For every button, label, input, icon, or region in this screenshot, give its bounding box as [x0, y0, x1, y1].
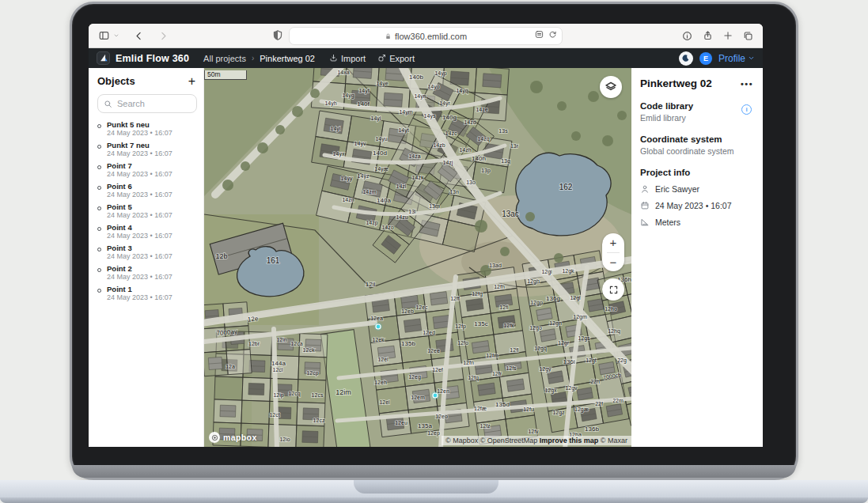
- map-parcel-label: 12gm: [573, 314, 587, 320]
- dark-mode-toggle[interactable]: [679, 51, 693, 66]
- map-parcel-label: 140d: [373, 149, 387, 157]
- map-parcel-label: 12ep: [427, 430, 440, 437]
- tab-overview-icon[interactable]: [743, 31, 753, 41]
- map-layers-button[interactable]: [600, 76, 622, 98]
- map-parcel-label: 22g: [617, 357, 627, 364]
- map-parcel-label: 13q: [501, 158, 510, 165]
- translate-icon[interactable]: [535, 30, 544, 39]
- list-item[interactable]: Point 124 May 2023 • 16:07: [97, 286, 197, 302]
- map-parcel-label: 12gn: [549, 320, 562, 327]
- chevron-down-icon[interactable]: [113, 32, 119, 39]
- map-parcel-label: 140f: [357, 100, 370, 108]
- mapbox-logo-icon: [209, 432, 220, 443]
- zoom-out-button[interactable]: −: [602, 253, 624, 272]
- page-info-icon[interactable]: [682, 31, 692, 41]
- breadcrumb-all-projects[interactable]: All projects: [203, 54, 246, 63]
- profile-menu[interactable]: Profile: [718, 53, 755, 64]
- map-parcel-label: 14yr: [439, 100, 450, 107]
- object-date: 24 May 2023 • 16:07: [107, 170, 172, 179]
- object-name: Point 5: [107, 203, 172, 211]
- new-tab-icon[interactable]: [723, 31, 733, 40]
- attribution-links[interactable]: © Mapbox © OpenStreetMap: [445, 437, 540, 444]
- map-parcel-label: 13p: [481, 168, 491, 174]
- search-input[interactable]: Search: [97, 94, 197, 113]
- map-canvas[interactable]: 14xa14yp140b14ye14yo14yf14yq14yg14yn14yh…: [204, 68, 631, 447]
- map-parcel-label: 12ip: [273, 392, 283, 399]
- map-parcel-label: 12a: [226, 364, 235, 369]
- object-name: Point 3: [107, 244, 172, 252]
- point-marker[interactable]: [433, 393, 438, 398]
- point-marker[interactable]: [376, 324, 381, 329]
- map-parcel-label: 12ef: [432, 367, 443, 373]
- list-item[interactable]: Punkt 7 neu24 May 2023 • 16:07: [97, 142, 197, 158]
- map-parcel-label: 12gv: [565, 385, 578, 391]
- list-item[interactable]: Point 724 May 2023 • 16:07: [97, 162, 197, 179]
- map-parcel-label: 14yp: [434, 70, 446, 77]
- point-icon: [97, 186, 101, 190]
- layers-icon: [605, 81, 617, 93]
- map-parcel-label: 14ym: [399, 109, 412, 115]
- import-button[interactable]: Import: [329, 54, 366, 63]
- list-item[interactable]: Point 324 May 2023 • 16:07: [97, 244, 197, 261]
- browser-toolbar: flow360.emlid.com: [89, 24, 763, 48]
- objects-sidebar: Objects + Search Punkt 5 neu24 May 2023 …: [89, 68, 204, 447]
- map-parcel-label: 12em: [411, 395, 425, 400]
- map-parcel-label: 12fp: [455, 323, 466, 330]
- object-date: 24 May 2023 • 16:07: [107, 149, 172, 158]
- add-object-button[interactable]: +: [188, 76, 195, 87]
- sidebar-toggle-icon[interactable]: [98, 30, 110, 41]
- forward-button[interactable]: [158, 31, 169, 41]
- map-scale-bar: 50m: [204, 70, 247, 80]
- url-field[interactable]: flow360.emlid.com: [289, 27, 563, 45]
- map-parcel-label: 136b: [585, 425, 599, 433]
- map-parcel-label: 162: [559, 183, 573, 191]
- maxar-link[interactable]: © Maxar: [598, 437, 627, 444]
- share-icon[interactable]: [703, 30, 713, 41]
- map-parcel-label: 12gh: [527, 278, 540, 285]
- map-parcel-label: 14yv: [354, 141, 366, 147]
- laptop-lid: flow360.emlid.com: [70, 2, 798, 480]
- list-item[interactable]: Point 424 May 2023 • 16:07: [97, 224, 197, 240]
- map-parcel-label: 12gp: [530, 300, 543, 306]
- reload-icon[interactable]: [548, 30, 557, 39]
- ruler-icon: [640, 217, 650, 227]
- map-parcel-label: 135d: [495, 401, 510, 408]
- map-parcel-label: 135a: [418, 422, 432, 429]
- app-header: Emlid Flow 360 All projects › Pinkertweg…: [89, 48, 763, 68]
- map-parcel-label: 12gz: [552, 410, 565, 416]
- zoom-in-button[interactable]: +: [602, 233, 624, 252]
- object-date: 24 May 2023 • 16:07: [107, 129, 172, 138]
- list-item[interactable]: Point 624 May 2023 • 16:07: [97, 183, 197, 199]
- back-button[interactable]: [134, 31, 144, 41]
- map-parcel-label: 14yz: [358, 173, 370, 180]
- privacy-shield-icon[interactable]: [272, 29, 283, 41]
- map-fullscreen-button[interactable]: [602, 278, 624, 301]
- project-menu-button[interactable]: •••: [741, 79, 753, 89]
- object-name: Punkt 7 neu: [107, 142, 172, 149]
- map-parcel-label: 12cq: [288, 391, 300, 397]
- avatar[interactable]: E: [699, 52, 712, 65]
- map-parcel-label: 136i: [563, 358, 574, 365]
- map-parcel-label: 12ee: [427, 348, 440, 354]
- improve-map-link[interactable]: Improve this map: [540, 437, 599, 444]
- list-item[interactable]: Point 224 May 2023 • 16:07: [97, 265, 197, 282]
- map-parcel-label: 14yg: [342, 93, 354, 99]
- map-parcel-label: 14yx: [333, 151, 345, 157]
- map-parcel-label: 13l: [408, 209, 416, 214]
- list-item[interactable]: Punkt 5 neu24 May 2023 • 16:07: [97, 121, 197, 138]
- map-parcel-label: 12gk: [562, 268, 574, 274]
- object-name: Point 7: [107, 162, 172, 170]
- map-parcel-label: 12fz: [479, 423, 491, 429]
- map-parcel-label: 14yf: [358, 88, 369, 94]
- mapbox-logo[interactable]: mapbox: [209, 432, 257, 443]
- map-parcel-label: 12fr: [492, 371, 502, 376]
- list-item[interactable]: Point 524 May 2023 • 16:07: [97, 203, 197, 220]
- code-library-section: Code library Emlid library i: [640, 101, 755, 123]
- map-parcel-label: 13ad: [489, 263, 502, 268]
- map-parcel-label: 12ec: [415, 304, 428, 310]
- laptop-base-edge: [0, 497, 868, 503]
- map-parcel-label: 14yq: [456, 88, 468, 94]
- export-button[interactable]: Export: [377, 54, 415, 63]
- info-icon[interactable]: i: [741, 104, 752, 115]
- map-parcel-label: 14zp: [366, 220, 377, 226]
